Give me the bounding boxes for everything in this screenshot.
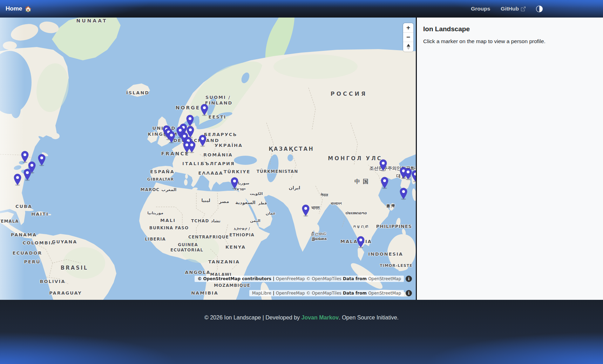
panel-hint: Click a marker on the map to view a pers… (423, 38, 597, 45)
home-link[interactable]: Home 🏠 (6, 5, 32, 12)
attribution-link[interactable]: MapLibre (252, 291, 271, 296)
compass-button[interactable] (403, 42, 413, 52)
map-marker[interactable] (381, 177, 388, 189)
pin-icon (302, 204, 310, 217)
pin-icon (168, 131, 175, 143)
home-icon: 🏠 (25, 6, 32, 12)
attribution-link[interactable]: OpenStreetMap (368, 291, 401, 296)
pin-icon (379, 159, 387, 171)
page-title: Ion Landscape (423, 25, 597, 33)
attribution-text: MapLibre | OpenFreeMap © OpenMapTiles Da… (249, 290, 404, 296)
home-label: Home (6, 5, 22, 12)
zoom-in-button[interactable]: + (403, 23, 413, 33)
nav-link-groups[interactable]: Groups (471, 6, 490, 12)
attribution-link[interactable]: OpenFreeMap © OpenMapTiles (276, 291, 341, 296)
pin-icon (231, 177, 238, 189)
attribution-link[interactable]: OpenFreeMap © OpenMapTiles (276, 276, 341, 281)
pin-icon (404, 168, 412, 180)
attribution-info-icon[interactable]: i (406, 290, 412, 296)
map-canvas[interactable]: NUNAATÍSLANDNORGESUOMI /FINLANDEESTIРОСС… (0, 18, 416, 300)
circle-half-icon (536, 6, 543, 12)
pin-icon (357, 236, 365, 248)
attribution-text: © OpenStreetMap contributors | OpenFreeM… (195, 276, 404, 282)
pin-icon (381, 177, 388, 189)
map-zoom-control: + − (403, 23, 413, 52)
map-marker[interactable] (404, 168, 412, 180)
nav-link-github[interactable]: GitHub (501, 6, 526, 12)
attribution-plain-text: Data from (341, 276, 368, 281)
attribution-link[interactable]: OpenStreetMap (368, 276, 401, 281)
external-link-icon (521, 7, 526, 11)
map-marker[interactable] (23, 169, 31, 181)
map-marker[interactable] (168, 131, 175, 143)
pitch-down-icon (407, 47, 410, 50)
pin-icon (188, 141, 196, 153)
map-marker[interactable] (21, 151, 29, 163)
pin-icon (38, 154, 46, 166)
pin-icon (201, 104, 208, 116)
map-base-layer (0, 18, 416, 300)
map-marker[interactable] (302, 204, 310, 217)
author-link[interactable]: Jovan Markov (302, 315, 339, 321)
map-attribution-maplibre: MapLibre | OpenFreeMap © OpenMapTiles Da… (249, 290, 412, 296)
pin-icon (400, 188, 407, 200)
attribution-plain-text: | (271, 291, 276, 296)
map-marker[interactable] (400, 188, 407, 200)
attribution-plain-text: © OpenStreetMap contributors (197, 276, 271, 281)
map-marker[interactable] (201, 104, 208, 116)
attribution-plain-text: | (271, 276, 276, 281)
sidebar: Ion Landscape Click a marker on the map … (416, 18, 603, 300)
footer-text: © 2026 Ion Landscape | Developed by Jova… (26, 300, 577, 321)
pin-icon (14, 174, 21, 186)
pin-icon (23, 169, 31, 181)
map-marker[interactable] (14, 174, 21, 186)
navbar: Home 🏠 Groups GitHub (0, 0, 603, 18)
map-marker[interactable] (199, 135, 206, 147)
pin-icon (199, 135, 206, 147)
map-marker[interactable] (412, 170, 416, 182)
map-marker[interactable] (38, 154, 46, 166)
pitch-up-icon (407, 44, 410, 47)
map-marker[interactable] (357, 236, 365, 248)
attribution-plain-text: Data from (341, 291, 368, 296)
footer: © 2026 Ion Landscape | Developed by Jova… (0, 300, 603, 364)
map-marker[interactable] (379, 159, 387, 171)
attribution-info-icon[interactable]: i (406, 276, 412, 282)
map-attribution-raster: © OpenStreetMap contributors | OpenFreeM… (195, 276, 412, 282)
theme-toggle-button[interactable] (536, 6, 543, 12)
pin-icon (186, 115, 194, 127)
pin-icon (21, 151, 29, 163)
zoom-out-button[interactable]: − (403, 33, 413, 42)
pin-icon (412, 170, 416, 182)
map-marker[interactable] (188, 141, 196, 153)
map-marker[interactable] (231, 177, 238, 189)
map-marker[interactable] (186, 115, 194, 127)
